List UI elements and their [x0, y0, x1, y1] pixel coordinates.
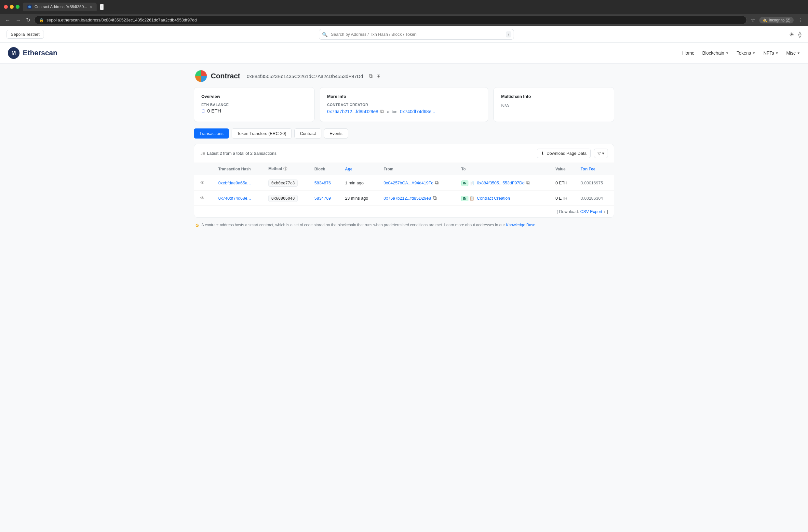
- tab-favicon: [27, 4, 32, 9]
- tab-contract[interactable]: Contract: [294, 129, 322, 138]
- forward-button[interactable]: →: [14, 16, 22, 24]
- csv-export-link[interactable]: CSV Export: [580, 209, 602, 214]
- eth-balance-amount: 0 ETH: [207, 108, 221, 113]
- contract-actions: ⧉ ⊞: [368, 73, 381, 80]
- menu-button[interactable]: ⋮: [796, 16, 804, 24]
- txn-fee-header-link[interactable]: Txn Fee: [581, 167, 595, 171]
- row1-value: 0 ETH: [555, 180, 567, 185]
- contract-label: Contract: [211, 72, 240, 80]
- eth-balance-label: ETH BALANCE: [201, 103, 307, 107]
- nav-home[interactable]: Home: [682, 51, 695, 56]
- row2-in-badge: IN: [461, 196, 469, 201]
- nav-nfts[interactable]: NFTs ▼: [764, 51, 779, 56]
- back-button[interactable]: ←: [4, 16, 12, 24]
- col-age: Age: [341, 163, 379, 175]
- nfts-chevron-icon: ▼: [775, 51, 778, 55]
- filter-chevron-icon: ▾: [602, 151, 604, 156]
- row1-copy-to-button[interactable]: ⧉: [526, 179, 531, 186]
- nav-blockchain[interactable]: Blockchain ▼: [702, 51, 729, 56]
- row1-copy-from-button[interactable]: ⧉: [434, 179, 439, 186]
- bookmark-button[interactable]: ☆: [750, 16, 757, 24]
- tab-title: Contract Address 0x884f350...: [35, 4, 87, 9]
- copy-address-button[interactable]: ⧉: [368, 73, 373, 80]
- col-txn-fee: Txn Fee: [576, 163, 614, 175]
- browser-chrome: Contract Address 0x884f350... ✕ +: [0, 0, 808, 14]
- row2-txn-fee: 0.00286304: [581, 196, 603, 201]
- search-slash-badge: /: [506, 32, 511, 37]
- row1-method-badge: 0xb0ee77c8: [268, 179, 298, 187]
- row2-method-badge: 0x60806040: [268, 195, 298, 202]
- more-info-card: More Info CONTRACT CREATOR 0x76a7b212...…: [320, 87, 489, 122]
- incognito-badge: 🕵 Incognito (2): [759, 17, 794, 23]
- url-text: sepolia.etherscan.io/address/0x884f35052…: [47, 18, 197, 22]
- tab-events[interactable]: Events: [324, 129, 348, 138]
- transactions-table-area: ↓≡ Latest 2 from a total of 2 transactio…: [194, 144, 614, 217]
- sort-icon: ↓≡: [200, 151, 205, 156]
- col-to: To: [457, 163, 551, 175]
- tokens-chevron-icon: ▼: [752, 51, 756, 55]
- row1-age: 1 min ago: [345, 180, 364, 185]
- incognito-icon: 🕵: [763, 18, 767, 22]
- eth-icon-button[interactable]: ⟠: [798, 31, 802, 38]
- browser-navbar: ← → ↻ 🔒 sepolia.etherscan.io/address/0x8…: [0, 14, 808, 26]
- table-row: 👁 0xebfdae0a65a... 0xb0ee77c8 5834876 1 …: [194, 175, 614, 191]
- more-info-title: More Info: [327, 94, 481, 99]
- at-txn-label: at txn: [387, 109, 398, 114]
- row1-tx-hash-link[interactable]: 0xebfdae0a65a...: [218, 180, 251, 185]
- footer-prefix: [ Download:: [556, 209, 580, 214]
- row1-from-link[interactable]: 0x04257bCA...A94d419Fc: [384, 180, 433, 185]
- knowledge-base-link[interactable]: Knowledge Base: [506, 223, 535, 227]
- browser-tab[interactable]: Contract Address 0x884f350... ✕: [23, 3, 97, 11]
- fullscreen-dot[interactable]: [16, 5, 19, 9]
- contract-creator-value: 0x76a7b212...fd85D29e8 ⧉ at txn 0x740df7…: [327, 108, 481, 115]
- row1-block-link[interactable]: 5834876: [315, 180, 331, 185]
- overview-card: Overview ETH BALANCE ⬡ 0 ETH: [194, 87, 315, 122]
- info-gear-icon: ⚙: [195, 223, 199, 228]
- row2-contract-icon: 📋: [470, 196, 474, 201]
- minimize-dot[interactable]: [10, 5, 14, 9]
- method-info-icon[interactable]: ⓘ: [283, 167, 287, 171]
- logo-text: Etherscan: [23, 49, 57, 57]
- row2-from-link[interactable]: 0x76a7b212...fd85D29e8: [384, 196, 431, 201]
- creator-address-link[interactable]: 0x76a7b212...fd85D29e8: [327, 109, 378, 114]
- download-page-data-button[interactable]: ⬇ Download Page Data: [537, 149, 591, 158]
- close-dot[interactable]: [4, 5, 8, 9]
- tab-token-transfers[interactable]: Token Transfers (ERC-20): [232, 129, 292, 138]
- nav-misc[interactable]: Misc ▼: [786, 51, 800, 56]
- qr-code-button[interactable]: ⊞: [376, 73, 381, 80]
- row2-block-link[interactable]: 5834769: [315, 196, 331, 201]
- row2-tx-hash-link[interactable]: 0x740df74d68e...: [218, 196, 251, 201]
- filter-icon: ▽: [598, 151, 601, 156]
- etherscan-header: M Etherscan Home Blockchain ▼ Tokens ▼ N…: [0, 43, 808, 64]
- search-input[interactable]: [319, 29, 514, 40]
- table-footer: [ Download: CSV Export ↓ ]: [194, 206, 614, 217]
- copy-creator-button[interactable]: ⧉: [380, 108, 385, 115]
- tab-close-button[interactable]: ✕: [89, 5, 92, 9]
- bottom-note: ⚙ A contract address hosts a smart contr…: [194, 223, 614, 228]
- reload-button[interactable]: ↻: [25, 16, 32, 24]
- table-row: 👁 0x740df74d68e... 0x60806040 5834769 23…: [194, 191, 614, 206]
- row2-contract-creation-link[interactable]: Contract Creation: [477, 196, 510, 201]
- row1-to-link[interactable]: 0x884f3505...553dF97Dd: [477, 180, 525, 185]
- table-header-row: ↓≡ Latest 2 from a total of 2 transactio…: [194, 144, 614, 163]
- row2-value: 0 ETH: [555, 196, 567, 201]
- filter-button[interactable]: ▽ ▾: [594, 149, 608, 158]
- col-value: Value: [551, 163, 576, 175]
- network-selector[interactable]: Sepolia Testnet: [6, 30, 44, 39]
- nav-tokens[interactable]: Tokens ▼: [736, 51, 755, 56]
- footer-suffix: ↓ ]: [603, 209, 608, 214]
- download-icon: ⬇: [541, 151, 545, 156]
- row2-eye-button[interactable]: 👁: [199, 195, 206, 201]
- txn-hash-link[interactable]: 0x740df74d68e...: [400, 109, 435, 114]
- tab-transactions[interactable]: Transactions: [194, 129, 229, 138]
- svg-point-0: [28, 5, 31, 8]
- address-bar[interactable]: 🔒 sepolia.etherscan.io/address/0x884f350…: [34, 16, 747, 24]
- theme-toggle-button[interactable]: ☀: [789, 31, 794, 38]
- search-bar: 🔍 /: [319, 29, 514, 40]
- row1-eye-button[interactable]: 👁: [199, 179, 206, 186]
- nav-actions: ☆ 🕵 Incognito (2) ⋮: [750, 16, 804, 24]
- age-header-link[interactable]: Age: [345, 167, 353, 171]
- col-eye: [194, 163, 214, 175]
- new-tab-button[interactable]: +: [100, 4, 104, 10]
- row2-copy-from-button[interactable]: ⧉: [432, 194, 437, 202]
